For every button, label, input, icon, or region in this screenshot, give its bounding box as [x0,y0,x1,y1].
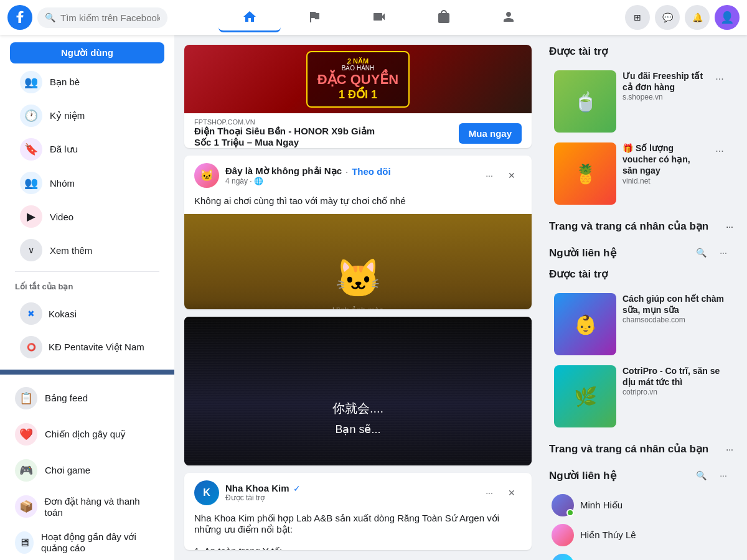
post-author-nha-khoa: Nha Khoa Kim [225,483,289,493]
user-name-btn[interactable]: Người dùng [10,42,164,63]
ad-domain-chamsocdabe: chamsocdabe.com [622,315,728,324]
post-header-nha-khoa: K Nha Khoa Kim ✓ Được tài trợ ··· ✕ [184,473,532,513]
ad-source: FPTSHOP.COM.VN [194,118,393,126]
close-btn-cat[interactable]: ✕ [502,166,522,185]
post-time-cat: 4 ngày · 🌐 [225,177,473,185]
contact-nguyen-thu-phuong[interactable]: Nguyen Thu Phuong [549,550,733,560]
post-actions-right-nha-khoa: ··· ✕ [479,483,522,503]
ad-thumb-chamsocdabe: 👶 [554,293,616,355]
video-container[interactable]: 你就会.... Bạn sẽ... Phongditpol 🔇 [184,317,532,465]
contacts-section-title: Người liên hệ [549,246,616,259]
search-input[interactable] [60,12,160,23]
post-header-cat: 🐱 Đây là Mờ không phải Nạc · Theo dõi 4 … [184,156,532,195]
contact-name-minh-hieu: Minh Hiếu [580,500,622,511]
ad-info-cotripro: CotriPro - Co trĩ, săn se dịu mát tức th… [622,365,728,396]
loi-tat-label: Lối tắt của bạn [5,277,169,296]
pages-section-row-2: Trang và trang cá nhân của bạn ··· [549,442,733,455]
ad-domain-vinid: vinid.net [622,177,705,185]
contacts-search-btn[interactable]: 🔍 [691,243,711,263]
sidebar-item-nhom[interactable]: 👥 Nhóm [10,167,164,199]
nav-home[interactable] [218,2,281,32]
chien-dich-icon: ❤️ [15,423,37,446]
right-sidebar: Được tài trợ 🍵 Ưu đãi Freeship tất cả đơ… [542,35,741,560]
author-avatar-nha-khoa: K [194,480,219,505]
post-actions-right-cat: ··· ✕ [479,166,522,185]
ad-vinid[interactable]: 🍍 🎁 Số lượng voucher có hạn, săn ngay vi… [549,138,733,210]
expanded-don-dat-hang[interactable]: 📦 Đơn đặt hàng và thanh toán [5,489,169,524]
ad-title-shopee: Ưu đãi Freeship tất cả đơn hàng [622,70,705,93]
sponsored-title-2: Được tài trợ [549,268,733,281]
bang-feed-icon: 📋 [15,387,37,409]
ad-info-shopee: Ưu đãi Freeship tất cả đơn hàng s.shopee… [622,70,705,101]
sponsored-section-2: Được tài trợ 👶 Cách giúp con hết chàm sữ… [549,268,733,432]
dark-separator [0,370,174,375]
notifications-button[interactable]: 🔔 [685,5,710,30]
ad-domain-cotripro: cotripro.vn [622,388,728,396]
search-box[interactable]: 🔍 [37,7,167,28]
more-options-btn-nha-khoa[interactable]: ··· [479,483,499,503]
search-icon: 🔍 [45,12,55,22]
author-avatar-cat: 🐱 [194,163,219,188]
contact-hien-thuy-le[interactable]: Hiền Thúy Lê [549,520,733,550]
contacts-more-btn[interactable]: ··· [713,243,733,263]
post-video: 你就会.... Bạn sẽ... Phongditpol 🔇 😄👍 39K 1… [184,317,532,465]
ad-thumb-cotripro: 🌿 [554,365,616,427]
ad-chamsocdabe[interactable]: 👶 Cách giúp con hết chàm sữa, mụn sữa ch… [549,288,733,360]
ad-title-vinid: 🎁 Số lượng voucher có hạn, săn ngay [622,142,705,177]
contacts-section-row: Người liên hệ 🔍 ··· [549,243,733,263]
ad-cotripro[interactable]: 🌿 CotriPro - Co trĩ, săn se dịu mát tức … [549,360,733,432]
sidebar-item-da-luu[interactable]: 🔖 Đã lưu [10,133,164,166]
expanded-choi-game[interactable]: 🎮 Chơi game [5,453,169,488]
ad-more-btn-vinid[interactable]: ··· [711,142,728,160]
pentavite-icon: ⭕ [20,336,42,358]
apps-button[interactable]: ⊞ [625,5,650,30]
shortcut-pentavite[interactable]: ⭕ KĐ Pentavite Việt Nam [10,331,164,363]
sidebar-item-ban-be[interactable]: 👥 Bạn bè [10,66,164,98]
ad-title-chamsocdabe: Cách giúp con hết chàm sữa, mụn sữa [622,293,728,315]
sidebar-item-xem-them[interactable]: ∨ Xem thêm 1 ← [10,234,164,266]
choi-game-icon: 🎮 [15,459,37,482]
contacts-search-btn-2[interactable]: 🔍 [691,465,711,485]
expanded-bang-feed[interactable]: 📋 Bảng feed [5,381,169,416]
contact-name-hien-thuy-le: Hiền Thúy Lê [580,530,636,541]
user-avatar[interactable]: 👤 [715,5,740,30]
post-content-nha-khoa: Nha Khoa Kim phối hợp Lab A&B sản xuất d… [184,513,532,550]
expanded-chien-dich[interactable]: ❤️ Chiến dịch gây quỹ [5,417,169,452]
main-layout: Người dùng 👥 Bạn bè 🕐 Kỷ niệm 🔖 Đã lưu 👥… [0,35,747,560]
kokasi-icon: ✖ [20,302,42,325]
ad-title: Điện Thoại Siêu Bền - HONOR X9b Giảm Sốc… [194,126,393,148]
nav-video[interactable] [348,2,410,32]
ad-thumb-vinid: 🍍 [554,142,616,205]
follow-button[interactable]: Theo dõi [352,166,391,177]
nav-flags[interactable] [283,2,345,32]
contacts-section-row-2: Người liên hệ 🔍 ··· [549,465,733,485]
sponsored-title-1: Được tài trợ [549,45,733,58]
contacts-more-btn-2[interactable]: ··· [713,465,733,485]
cat-image: 🐱 Hình ảnh mèo [184,214,532,309]
author-row-nha-khoa: Nha Khoa Kim ✓ [225,483,473,493]
contact-avatar-hien-thuy-le [552,524,574,546]
nav-right: ⊞ 💬 🔔 👤 [590,5,740,30]
ban-be-icon: 👥 [20,71,42,93]
ad-shopee[interactable]: 🍵 Ưu đãi Freeship tất cả đơn hàng s.shop… [549,65,733,138]
close-btn-nha-khoa[interactable]: ✕ [502,483,522,503]
nav-center [218,2,540,32]
buy-now-button[interactable]: Mua ngay [459,123,522,144]
shortcut-kokasi[interactable]: ✖ Kokasi [10,297,164,330]
facebook-logo[interactable] [7,5,32,30]
nav-profile[interactable] [477,2,540,32]
top-left-sidebar: Người dùng 👥 Bạn bè 🕐 Kỷ niệm 🔖 Đã lưu 👥… [0,35,174,370]
contact-minh-hieu[interactable]: Minh Hiếu [549,490,733,520]
feed-container: 2 NĂM BẢO HÀNH ĐẶC QUYỀN 1 ĐỔI 1 FPTSHOP… [174,35,542,560]
sidebar-item-ky-niem[interactable]: 🕐 Kỷ niệm [10,100,164,132]
nav-marketplace[interactable] [413,2,475,32]
contacts-section-title-2: Người liên hệ [549,469,616,482]
more-options-btn-cat[interactable]: ··· [479,166,499,185]
top-navigation: 🔍 ⊞ 💬 🔔 👤 [0,0,747,35]
messenger-button[interactable]: 💬 [655,5,680,30]
pages-section-row: Trang và trang cá nhân của bạn ··· [549,220,733,233]
post-cat: 🐱 Đây là Mờ không phải Nạc · Theo dõi 4 … [184,156,532,309]
expanded-hoat-dong[interactable]: 🖥 Hoạt động gần đây với quảng cáo [5,525,169,560]
ad-more-btn-shopee[interactable]: ··· [711,70,728,88]
sidebar-item-video[interactable]: ▶ Video [10,200,164,233]
